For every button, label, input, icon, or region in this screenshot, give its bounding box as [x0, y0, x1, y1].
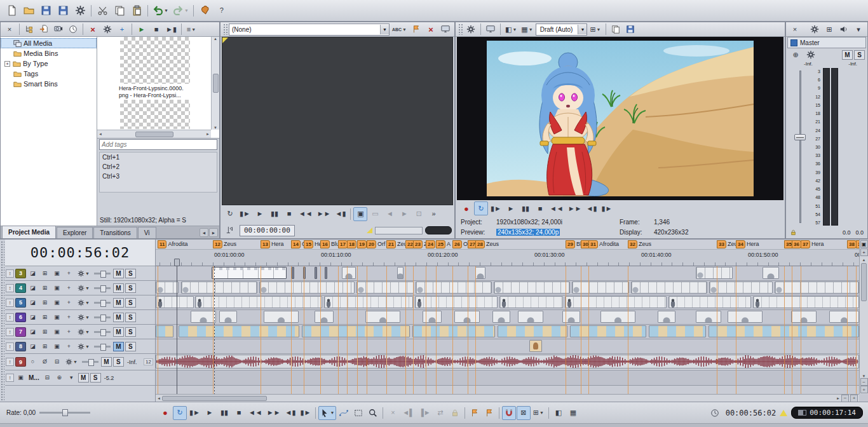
float-window-icon[interactable] [438, 22, 452, 36]
media-thumbnail[interactable] [120, 37, 190, 84]
track-minimize-icon[interactable]: ↕ [6, 313, 14, 322]
compositing-mode-icon[interactable]: ◪ [27, 312, 38, 323]
media-fx-icon[interactable]: + [115, 22, 129, 36]
timeline-vertical-scrollbar[interactable]: ▲ ▼ − + [859, 257, 868, 394]
rate-slider-thumb[interactable] [62, 409, 68, 416]
scrollbar-thumb[interactable] [213, 74, 219, 93]
record-icon[interactable]: ● [459, 201, 473, 215]
overlays-icon[interactable]: ⊞▼ [588, 22, 602, 36]
marker-flag-icon[interactable]: 25 [436, 240, 445, 248]
automation-settings-icon[interactable]: ▾ [66, 372, 77, 383]
track-header-10[interactable]: ↕▣M...⊟⊕▾MS-5.2 [5, 370, 155, 386]
timeline-event[interactable] [365, 311, 400, 323]
tag-shortcut[interactable]: Ctrl+2 [102, 163, 214, 173]
tree-item-all-media[interactable]: All Media [1, 38, 97, 48]
stop-icon[interactable]: ■ [232, 406, 246, 420]
track-fader-slider[interactable] [94, 346, 111, 348]
pan-crop-icon[interactable]: + [64, 283, 74, 294]
go-to-end-icon[interactable]: ►► [265, 406, 283, 420]
timeline-event[interactable] [315, 267, 317, 279]
timeline-event[interactable] [565, 296, 667, 308]
timeline-marker-19[interactable]: 19 [357, 240, 367, 248]
marker-flag-icon[interactable]: 33 [717, 240, 726, 248]
chevron-down-icon[interactable]: ▼ [380, 25, 389, 34]
play-from-start-icon[interactable]: ▮► [187, 406, 202, 420]
track-mute-button[interactable]: M [113, 313, 124, 322]
marker-flag-icon[interactable]: 31 [588, 240, 598, 248]
trimmer-media-selector[interactable]: (None) ▼ [229, 24, 390, 36]
close-panel-icon[interactable]: × [788, 22, 802, 36]
timeline-marker-16[interactable]: 16Blu [320, 240, 339, 248]
record-icon[interactable]: ● [158, 406, 172, 420]
timeline-event[interactable] [529, 340, 542, 352]
timeline-event[interactable] [728, 311, 763, 323]
zoom-tool[interactable] [366, 406, 380, 420]
pause-icon[interactable]: ▮▮ [519, 201, 532, 215]
whats-this-help-icon[interactable]: ? [214, 3, 230, 19]
go-to-start-icon[interactable]: ◄◄ [247, 406, 264, 420]
track-solo-button[interactable]: S [125, 298, 136, 308]
marker-flag-icon[interactable]: 36 [792, 240, 801, 248]
timeline-event[interactable] [412, 325, 495, 337]
timeline-track-lane-5[interactable] [156, 295, 859, 310]
play-from-start-icon[interactable]: ▮► [489, 201, 503, 215]
track-mute-button[interactable]: M [113, 283, 124, 293]
prev-frame-icon[interactable]: ◄▮ [283, 406, 298, 420]
timeline-event[interactable] [753, 296, 859, 308]
timeline-marker-24[interactable]: 24 [426, 240, 435, 248]
track-header-8[interactable]: ↕8◪⊞▣+▼MS [5, 339, 155, 354]
master-fader-icon[interactable]: ⊕ [789, 48, 803, 62]
master-fx-icon[interactable] [804, 48, 818, 62]
track-fx-icon[interactable]: ▣ [51, 327, 62, 337]
master-output-icon[interactable] [837, 22, 851, 36]
automation-settings-icon[interactable]: ▼ [76, 268, 92, 279]
play-icon[interactable]: ► [253, 207, 267, 221]
tag-shortcut[interactable]: Ctrl+1 [102, 154, 214, 163]
zoom-in-time-icon[interactable]: + [850, 395, 858, 402]
timeline-timecode[interactable]: 00:00:56:02 [5, 240, 155, 266]
timeline-marker-34[interactable]: 34Hera [736, 240, 759, 248]
marker-flag-icon[interactable]: 11 [158, 240, 166, 248]
pause-icon[interactable]: ▮▮ [268, 207, 281, 221]
prev-frame-icon[interactable]: ◄▮ [585, 201, 599, 215]
timeline-marker-13[interactable]: 13Hera [261, 240, 283, 248]
timeline-event[interactable] [763, 267, 779, 279]
marker-flag-icon[interactable]: 32 [628, 240, 637, 248]
timeline-marker-36[interactable]: 36 [792, 240, 801, 248]
save-project-icon[interactable] [37, 3, 54, 19]
timeline-event[interactable] [324, 296, 413, 308]
fader-handle[interactable] [794, 134, 806, 140]
next-frame-icon[interactable]: ▮► [599, 201, 614, 215]
track-minimize-icon[interactable]: ↕ [6, 269, 14, 278]
tag-shortcut[interactable]: Ctrl+3 [102, 173, 214, 182]
timeline-track-lane-6[interactable] [156, 310, 859, 325]
import-media-icon[interactable] [37, 22, 51, 36]
timeline-event[interactable] [416, 281, 492, 294]
marker-flag-icon[interactable]: 29 [566, 240, 575, 248]
video-preview-display[interactable] [457, 37, 783, 200]
timeline-marker-26[interactable]: 26Or [452, 240, 470, 248]
views-icon[interactable]: ≡▼ [184, 22, 198, 36]
quality-select[interactable]: Draft (Auto)▼ [536, 24, 588, 36]
timeline-event[interactable] [631, 281, 707, 294]
track-mute-button[interactable]: M [113, 327, 124, 337]
track-fader-slider[interactable] [94, 302, 111, 304]
marker-flag-icon[interactable]: 21 [386, 240, 396, 248]
timeline-event[interactable] [600, 311, 635, 323]
timeline-event[interactable] [829, 311, 859, 323]
track-motion-icon[interactable]: ⊞ [39, 297, 50, 308]
marker-flag-icon[interactable]: 26 [452, 240, 462, 248]
pause-icon[interactable]: ▮▮ [217, 406, 231, 420]
track-solo-button[interactable]: S [125, 342, 136, 351]
tab-scroll-left-icon[interactable]: ◄ [200, 228, 208, 237]
undo-icon[interactable]: ▼ [151, 3, 170, 19]
track-solo-button[interactable]: S [125, 313, 136, 322]
track-fx-icon[interactable]: ▣ [51, 283, 62, 294]
track-minimize-icon[interactable]: ↕ [6, 342, 14, 351]
playhead-handle[interactable] [174, 259, 180, 266]
media-vertical-scrollbar[interactable]: ▲▼ [211, 37, 219, 130]
timeline-event[interactable] [658, 311, 675, 323]
media-bins-tree[interactable]: All MediaMedia Bins+By TypeTagsSmart Bin… [1, 37, 97, 226]
track-header-9[interactable]: ↕9○Ø⊟▼MS-Inf.12 [5, 354, 155, 370]
project-properties-icon[interactable] [72, 3, 88, 19]
